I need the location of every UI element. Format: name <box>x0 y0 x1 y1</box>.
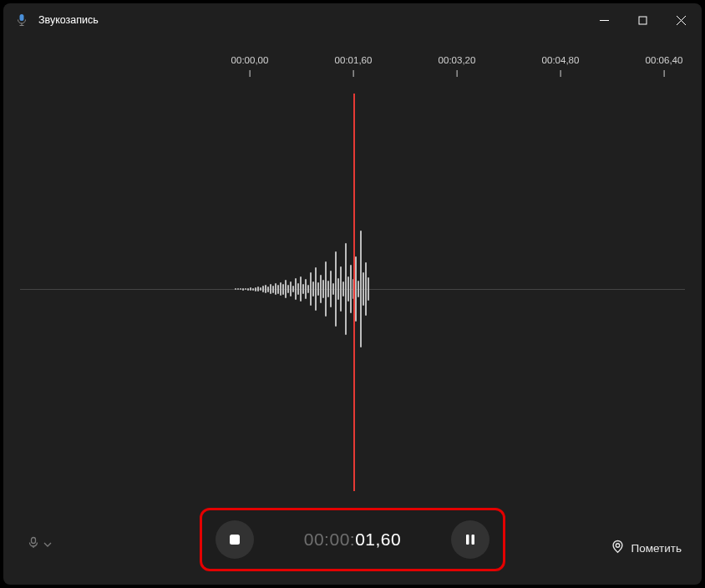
ruler-tick-label: 00:03,20 <box>439 55 476 65</box>
waveform-bar <box>332 283 334 295</box>
ruler-tick: 00:03,20 <box>439 55 476 77</box>
ruler-tick-label: 00:06,40 <box>646 55 683 65</box>
playhead[interactable] <box>353 94 355 491</box>
waveform-bar <box>247 288 249 291</box>
waveform-bar <box>358 281 359 297</box>
waveform-bar <box>330 271 332 307</box>
bottom-bar: 00:00: 01,60 Пометить <box>3 494 702 585</box>
recording-controls-highlight: 00:00: 01,60 <box>200 508 505 571</box>
waveform-bar <box>365 262 367 316</box>
titlebar: Звукозапись <box>3 3 702 37</box>
stop-button[interactable] <box>216 520 254 559</box>
waveform-bar <box>300 276 302 302</box>
waveform-bar <box>310 272 312 306</box>
waveform-bar <box>252 288 254 291</box>
waveform-bar <box>307 285 309 293</box>
waveform-bar <box>282 284 284 295</box>
waveform-bar <box>327 281 329 297</box>
mark-label: Пометить <box>631 542 682 555</box>
pause-button[interactable] <box>451 520 489 559</box>
waveform-bar <box>340 266 342 312</box>
waveform-bar <box>237 288 239 290</box>
waveform-bar <box>262 286 264 292</box>
svg-rect-7 <box>32 538 36 544</box>
waveform-bar <box>347 276 349 302</box>
mark-button[interactable]: Пометить <box>611 540 682 556</box>
waveform-bar <box>292 286 294 292</box>
waveform-bar <box>345 243 347 335</box>
svg-rect-11 <box>471 535 474 545</box>
waveform-bar <box>270 284 271 294</box>
waveform-bar <box>315 267 317 311</box>
window-controls <box>585 7 700 33</box>
recording-time: 00:00: 01,60 <box>304 530 401 550</box>
waveform-bar <box>368 277 369 301</box>
waveform-bar <box>335 251 337 327</box>
ruler-tick-label: 00:04,80 <box>542 55 580 65</box>
svg-rect-4 <box>639 17 647 24</box>
close-button[interactable] <box>662 7 700 33</box>
waveform-area[interactable] <box>20 94 685 484</box>
waveform-bar <box>325 261 327 317</box>
app-title: Звукозапись <box>38 14 99 26</box>
ruler-tick: 00:04,80 <box>542 55 580 77</box>
waveform-bar <box>297 283 299 295</box>
waveform-bar <box>240 288 241 290</box>
ruler-tick-label: 00:01,60 <box>335 55 373 65</box>
waveform-bar <box>287 285 289 293</box>
microphone-app-icon <box>15 13 28 27</box>
waveform-bar <box>312 281 314 297</box>
ruler-tick-mark <box>663 70 664 77</box>
waveform-bar <box>272 286 274 293</box>
waveform-bar <box>302 284 304 294</box>
maximize-button[interactable] <box>623 7 662 33</box>
waveform-bar <box>320 275 322 303</box>
svg-rect-9 <box>230 535 240 545</box>
time-prefix: 00:00: <box>304 530 355 550</box>
waveform-bar <box>235 288 236 290</box>
ruler-tick-mark <box>352 70 353 77</box>
marker-icon <box>611 540 625 556</box>
waveform-bar <box>250 287 251 291</box>
waveform-bar <box>285 280 287 298</box>
waveform-bar <box>267 286 269 292</box>
microphone-selector[interactable] <box>27 536 52 553</box>
waveform-bar <box>342 281 344 297</box>
waveform-bar <box>305 279 307 299</box>
waveform-bar <box>257 286 259 291</box>
timeline-ruler: 00:00,0000:01,6000:03,2000:04,8000:06,40 <box>3 55 702 85</box>
waveform-bar <box>242 288 244 291</box>
waveform-bar <box>360 231 362 347</box>
ruler-tick-mark <box>249 70 250 77</box>
svg-rect-10 <box>466 535 469 545</box>
waveform-bar <box>275 283 276 295</box>
ruler-tick: 00:00,00 <box>231 55 269 77</box>
ruler-tick: 00:01,60 <box>335 55 373 77</box>
waveform-bar <box>317 282 319 296</box>
ruler-tick-label: 00:00,00 <box>231 55 269 65</box>
waveform-bar <box>295 278 297 300</box>
waveform-bar <box>277 285 279 294</box>
svg-point-12 <box>616 544 619 547</box>
ruler-tick-mark <box>560 70 560 77</box>
minimize-button[interactable] <box>585 7 623 33</box>
waveform-bar <box>245 288 246 290</box>
waveform-bar <box>355 256 357 322</box>
svg-rect-0 <box>20 14 24 21</box>
waveform-bar <box>290 281 292 297</box>
waveform-bar <box>265 285 266 293</box>
waveform-bar <box>260 287 261 291</box>
waveform-bar <box>255 287 256 291</box>
waveform-bar <box>363 272 364 306</box>
waveform-bar <box>280 282 281 296</box>
waveform <box>235 94 369 484</box>
time-value: 01,60 <box>355 530 401 550</box>
microphone-icon <box>27 536 40 553</box>
app-window: Звукозапись 00:00,0000:01,6000:03,2000:0… <box>3 3 702 585</box>
ruler-tick: 00:06,40 <box>646 55 683 77</box>
waveform-bar <box>350 265 352 313</box>
chevron-down-icon <box>43 537 52 552</box>
ruler-tick-mark <box>456 70 457 77</box>
waveform-bar <box>322 280 324 298</box>
waveform-bar <box>337 278 339 300</box>
